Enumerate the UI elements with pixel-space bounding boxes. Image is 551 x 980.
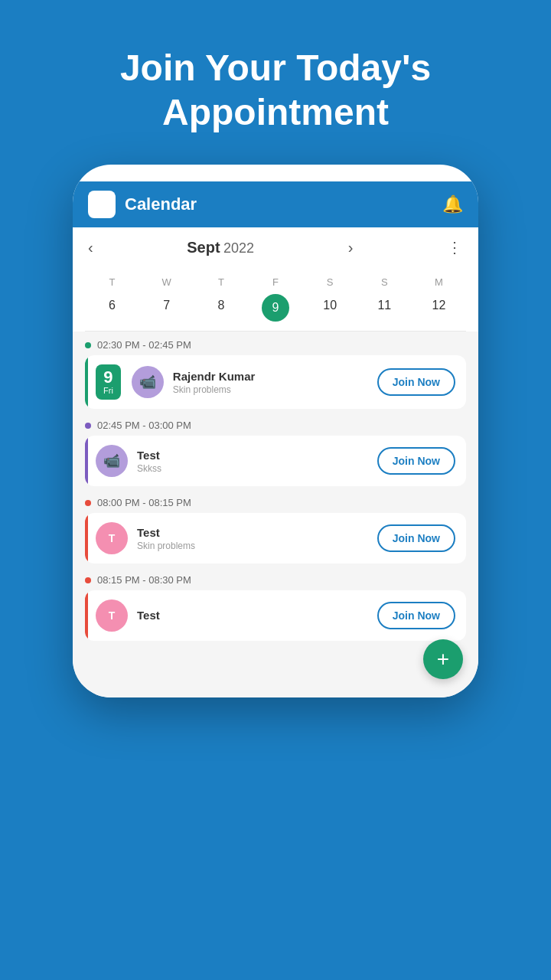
year-label: 2022 (223, 240, 254, 256)
day-12[interactable]: 12 (412, 294, 466, 322)
video-icon-1: 📹 (139, 374, 156, 390)
video-icon-2: 📹 (103, 452, 120, 469)
appointments-list: 02:30 PM - 02:45 PM 9 Fri 📹 Rajendr Kuma… (73, 332, 478, 697)
avatar-4: T (96, 599, 128, 632)
calendar-nav: ‹ Sept 2022 › ⋮ (73, 227, 478, 267)
app-logo (88, 191, 116, 218)
add-appointment-fab[interactable]: + (423, 639, 463, 679)
time-dot-4 (85, 577, 91, 583)
join-now-button-4[interactable]: Join Now (377, 602, 455, 629)
hero-title: Join Your Today's Appointment (0, 46, 551, 134)
time-text-4: 08:15 PM - 08:30 PM (97, 574, 191, 586)
day-numbers: 6 7 8 9 10 11 12 (85, 294, 466, 322)
day-header-f: F (248, 273, 302, 291)
avatar-2: 📹 (96, 445, 128, 477)
time-slot-4: 08:15 PM - 08:30 PM (85, 567, 466, 590)
day-11[interactable]: 11 (357, 294, 412, 322)
phone-frame: Calendar 🔔 ‹ Sept 2022 › ⋮ T W T F S S M… (73, 165, 478, 697)
user-icon-3: T (109, 532, 116, 544)
day-header-m: M (412, 273, 466, 291)
time-dot-1 (85, 342, 91, 348)
appointment-card-4: T Test Join Now (85, 590, 466, 641)
time-slot-1: 02:30 PM - 02:45 PM (85, 332, 466, 355)
avatar-3: T (96, 522, 128, 554)
day-headers: T W T F S S M (85, 273, 466, 291)
appt-info-4: Test (137, 609, 377, 623)
appt-sub-2: Skkss (137, 463, 377, 474)
date-badge-number: 9 (103, 369, 113, 386)
prev-month-button[interactable]: ‹ (88, 239, 93, 256)
bell-icon[interactable]: 🔔 (442, 194, 463, 214)
time-slot-3: 08:00 PM - 08:15 PM (85, 489, 466, 513)
date-badge-day: Fri (103, 386, 113, 395)
day-header-s1: S (303, 273, 357, 291)
next-month-button[interactable]: › (348, 239, 354, 256)
appointment-card-2: 📹 Test Skkss Join Now (85, 436, 466, 486)
appt-info-3: Test Skin problems (137, 526, 377, 551)
appt-sub-3: Skin problems (137, 541, 377, 551)
appt-info-1: Rajendr Kumar Skin problems (173, 370, 377, 395)
calendar-grid: T W T F S S M 6 7 8 9 10 11 12 (73, 267, 478, 331)
join-now-button-3[interactable]: Join Now (377, 524, 455, 552)
time-dot-3 (85, 500, 91, 506)
date-badge: 9 Fri (96, 364, 121, 400)
appointment-card-3: T Test Skin problems Join Now (85, 513, 466, 564)
appt-name-3: Test (137, 526, 377, 539)
card-border-1 (85, 355, 88, 409)
day-7[interactable]: 7 (139, 294, 194, 322)
user-icon-4: T (109, 609, 116, 622)
app-title-text: Calendar (125, 194, 197, 214)
appointment-card-1: 9 Fri 📹 Rajendr Kumar Skin problems Join… (85, 355, 466, 409)
card-border-2 (85, 436, 88, 486)
time-slot-2: 02:45 PM - 03:00 PM (85, 412, 466, 436)
day-10[interactable]: 10 (303, 294, 357, 322)
time-text-1: 02:30 PM - 02:45 PM (97, 339, 191, 351)
time-dot-2 (85, 423, 91, 429)
appt-name-4: Test (137, 609, 377, 622)
card-border-4 (85, 590, 88, 641)
day-6[interactable]: 6 (85, 294, 139, 322)
day-9-active[interactable]: 9 (262, 294, 289, 322)
month-label: Sept (187, 239, 220, 256)
day-header-t2: T (194, 273, 248, 291)
svg-point-0 (98, 198, 106, 205)
phone-top-bar (73, 172, 478, 181)
more-options-button[interactable]: ⋮ (447, 238, 463, 256)
appt-info-2: Test Skkss (137, 449, 377, 474)
join-now-button-2[interactable]: Join Now (377, 447, 455, 475)
day-header-w: W (139, 273, 194, 291)
time-text-2: 02:45 PM - 03:00 PM (97, 420, 191, 431)
time-text-3: 08:00 PM - 08:15 PM (97, 497, 191, 508)
appt-sub-1: Skin problems (173, 384, 377, 395)
day-8[interactable]: 8 (194, 294, 248, 322)
card-border-3 (85, 513, 88, 564)
app-header: Calendar 🔔 (73, 181, 478, 227)
svg-rect-1 (99, 204, 105, 211)
join-now-button-1[interactable]: Join Now (377, 368, 455, 396)
day-header-t1: T (85, 273, 139, 291)
appointments-container: 02:30 PM - 02:45 PM 9 Fri 📹 Rajendr Kuma… (73, 332, 478, 697)
appt-name-1: Rajendr Kumar (173, 370, 377, 383)
appt-name-2: Test (137, 449, 377, 462)
avatar-1: 📹 (132, 366, 164, 398)
day-header-s2: S (357, 273, 412, 291)
